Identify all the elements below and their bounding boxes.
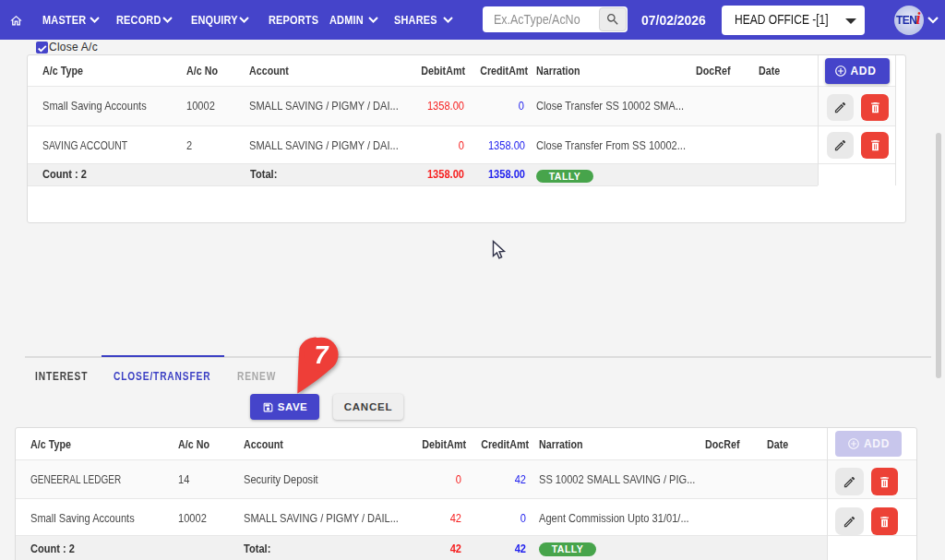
svg-text:7: 7 [314,341,329,369]
